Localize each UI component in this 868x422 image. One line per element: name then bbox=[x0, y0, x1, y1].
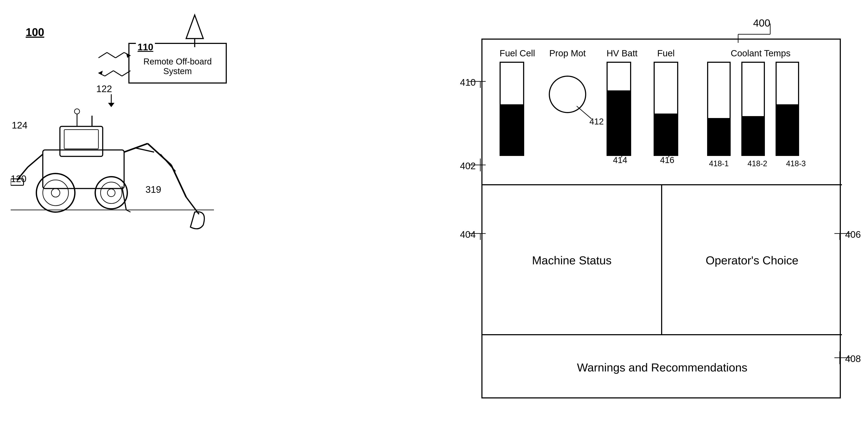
backhoe-drawing bbox=[11, 90, 214, 240]
ref-label-4182: 418-2 bbox=[746, 159, 769, 168]
svg-line-30 bbox=[135, 148, 154, 152]
gauges-section: Fuel Cell Prop Mot 412 bbox=[483, 39, 842, 185]
hv-batt-fill bbox=[608, 90, 630, 155]
fuel-label: Fuel bbox=[654, 48, 678, 58]
svg-point-17 bbox=[36, 173, 75, 212]
hv-batt-gauge: HV Batt 414 bbox=[607, 48, 638, 156]
left-section: 100 110 Remote Off-board System bbox=[0, 0, 428, 422]
svg-line-8 bbox=[114, 71, 122, 76]
svg-rect-14 bbox=[43, 150, 124, 189]
svg-rect-15 bbox=[60, 126, 103, 157]
machine-status-label: Machine Status bbox=[532, 254, 612, 267]
fuel-cell-fill bbox=[501, 104, 523, 155]
warnings-section: Warnings and Recommendations bbox=[483, 335, 842, 399]
svg-line-41 bbox=[577, 106, 592, 119]
line-414 bbox=[617, 147, 630, 160]
ref-label-4181: 418-1 bbox=[707, 159, 731, 168]
fuel-cell-label: Fuel Cell bbox=[500, 48, 535, 58]
operators-choice-label: Operator's Choice bbox=[706, 254, 799, 267]
svg-line-32 bbox=[122, 186, 126, 210]
line-408 bbox=[834, 351, 851, 364]
svg-line-24 bbox=[17, 167, 28, 180]
line-404 bbox=[469, 227, 486, 240]
ref-label-100: 100 bbox=[26, 26, 44, 38]
svg-point-19 bbox=[51, 189, 60, 197]
svg-line-2 bbox=[98, 53, 107, 58]
svg-rect-16 bbox=[64, 130, 98, 149]
svg-line-42 bbox=[622, 147, 624, 158]
svg-line-23 bbox=[28, 154, 43, 167]
lines-418 bbox=[707, 142, 814, 160]
line-416 bbox=[664, 147, 677, 160]
antenna-icon bbox=[182, 13, 208, 47]
machine-status-section: Machine Status bbox=[483, 185, 662, 335]
display-panel: Fuel Cell Prop Mot 412 bbox=[482, 38, 841, 398]
line-402 bbox=[469, 159, 486, 171]
arrow-from-remote bbox=[98, 66, 130, 84]
right-section: 400 Fuel Cell Prop Mot bbox=[460, 17, 845, 403]
svg-line-3 bbox=[107, 53, 116, 58]
prop-mot-gauge: Prop Mot 412 bbox=[549, 48, 586, 113]
svg-point-20 bbox=[95, 177, 127, 209]
operators-choice-section: Operator's Choice bbox=[662, 185, 842, 335]
svg-point-18 bbox=[43, 180, 68, 206]
ref-label-4183: 418-3 bbox=[784, 159, 808, 168]
svg-line-7 bbox=[122, 71, 130, 76]
svg-marker-0 bbox=[186, 15, 203, 38]
hv-batt-label: HV Batt bbox=[607, 48, 638, 58]
coolant-bar-2 bbox=[741, 62, 765, 156]
svg-line-31 bbox=[160, 154, 176, 171]
fuel-gauge: Fuel 416 bbox=[654, 48, 678, 156]
fuel-cell-gauge: Fuel Cell bbox=[500, 48, 535, 156]
svg-line-9 bbox=[105, 71, 114, 76]
coolant-bar-1 bbox=[707, 62, 731, 156]
line-412 bbox=[577, 106, 594, 121]
coolant-bar-3 bbox=[776, 62, 799, 156]
prop-mot-label: Prop Mot bbox=[549, 48, 586, 58]
svg-point-35 bbox=[74, 109, 80, 114]
arrow-to-remote bbox=[98, 49, 130, 66]
line-410 bbox=[469, 75, 486, 88]
line-406 bbox=[834, 227, 851, 240]
middle-section: Machine Status Operator's Choice bbox=[483, 185, 842, 335]
remote-system-label: Remote Off-board System bbox=[129, 57, 226, 76]
warnings-label: Warnings and Recommendations bbox=[577, 361, 747, 374]
svg-point-21 bbox=[100, 182, 122, 203]
coolant-temps-label: Coolant Temps bbox=[707, 48, 814, 58]
remote-system-box: 110 Remote Off-board System bbox=[128, 43, 227, 84]
svg-line-43 bbox=[669, 147, 671, 158]
coolant-temps-gauge: Coolant Temps bbox=[707, 48, 814, 168]
ref-label-110: 110 bbox=[136, 42, 155, 53]
svg-line-4 bbox=[116, 53, 124, 58]
patent-drawing-page: 100 110 Remote Off-board System bbox=[0, 0, 868, 422]
svg-point-22 bbox=[107, 189, 115, 197]
